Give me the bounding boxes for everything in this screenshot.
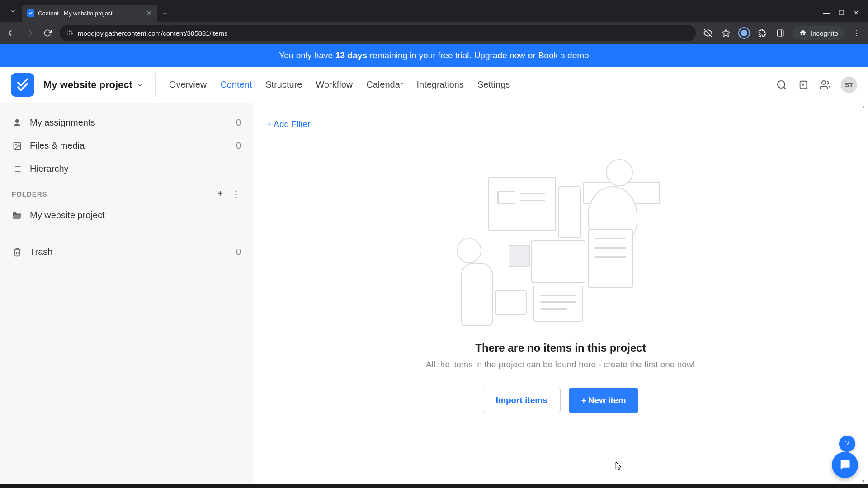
main-nav: Overview Content Structure Workflow Cale… [169,78,510,92]
app-body: My assignments 0 Files & media 0 Hierarc… [0,103,868,484]
folder-open-icon [12,211,23,221]
sidebar-item-label: My assignments [30,117,95,128]
url-text: moodjoy.gathercontent.com/content/385831… [78,29,228,37]
nav-content[interactable]: Content [220,78,252,92]
app-logo-icon[interactable] [11,73,34,97]
window-close-button[interactable]: ✕ [854,9,859,16]
browser-reload-button[interactable] [42,27,53,39]
browser-menu-icon[interactable]: ⋮ [851,27,863,39]
new-item-button[interactable]: +New item [569,388,639,413]
people-icon[interactable] [819,79,831,91]
profile-avatar-icon[interactable] [738,27,750,39]
add-filter-button[interactable]: + Add Filter [267,117,854,132]
tab-title: Content - My website project · [38,10,143,17]
new-item-label: New item [588,395,626,405]
nav-settings[interactable]: Settings [477,78,510,92]
intercom-launcher[interactable] [832,452,858,478]
folder-menu-button[interactable]: ⋮ [231,188,241,199]
nav-structure[interactable]: Structure [265,78,302,92]
scroll-up-icon[interactable]: ▲ [860,103,867,110]
scroll-down-icon[interactable]: ▼ [860,477,867,484]
user-avatar[interactable]: ST [841,77,857,93]
empty-subtitle: All the items in the project can be foun… [426,360,695,370]
incognito-badge[interactable]: Incognito [793,26,844,40]
sidebar-item-label: Trash [30,247,52,257]
svg-rect-11 [777,30,783,36]
trash-icon [12,248,23,257]
svg-point-18 [15,144,17,145]
avatar-initials: ST [845,81,853,89]
help-button[interactable]: ? [839,436,855,452]
os-taskbar [0,484,868,488]
sidebar: My assignments 0 Files & media 0 Hierarc… [0,103,253,484]
content-area: + Add Filter [253,103,868,484]
browser-tab-strip: Content - My website project · ✕ + — ❐ ✕ [0,0,868,22]
tab-search-button[interactable] [5,3,22,20]
trial-or: or [528,51,536,61]
trial-book-demo-link[interactable]: Book a demo [538,51,589,61]
svg-marker-10 [722,29,730,37]
side-panel-icon[interactable] [774,27,786,39]
trial-days: 13 days [335,51,367,61]
svg-point-16 [822,81,826,84]
incognito-label: Incognito [811,29,838,37]
browser-toolbar: moodjoy.gathercontent.com/content/385831… [0,22,868,44]
sidebar-item-hierarchy[interactable]: Hierarchy [0,157,253,180]
sidebar-item-label: Files & media [30,141,85,151]
app-header: My website project Overview Content Stru… [0,67,868,103]
nav-workflow[interactable]: Workflow [316,78,353,92]
browser-tab[interactable]: Content - My website project · ✕ [22,5,157,22]
trial-prefix: You only have [279,51,333,61]
sidebar-item-files[interactable]: Files & media 0 [0,134,253,157]
person-icon [12,118,23,127]
nav-calendar[interactable]: Calendar [366,78,403,92]
empty-state: There are no items in this project All t… [267,159,854,413]
trial-banner: You only have 13 days remaining in your … [0,44,868,67]
sidebar-item-assignments[interactable]: My assignments 0 [0,111,253,134]
nav-overview[interactable]: Overview [169,78,207,92]
sidebar-item-trash[interactable]: Trash 0 [0,240,253,263]
sidebar-folder-item[interactable]: My website project [0,204,253,227]
eye-hidden-icon[interactable] [702,27,714,39]
trial-upgrade-link[interactable]: Upgrade now [474,51,525,61]
add-folder-button[interactable]: + [217,188,223,199]
trial-suffix: remaining in your free trial. [370,51,472,61]
extensions-icon[interactable] [756,27,768,39]
sidebar-item-count: 0 [236,141,241,151]
site-settings-icon[interactable] [66,29,73,38]
window-minimize-button[interactable]: — [823,9,830,16]
bookmark-star-icon[interactable] [720,27,732,39]
window-controls: — ❐ ✕ [823,9,863,16]
chevron-down-icon [136,81,144,89]
empty-illustration [443,159,678,331]
content-scrollbar[interactable]: ▲ ▼ [860,103,867,484]
tab-close-icon[interactable]: ✕ [146,9,152,17]
project-switcher[interactable]: My website project [43,73,156,97]
search-icon[interactable] [776,79,788,91]
tasks-icon[interactable] [797,79,809,91]
project-name: My website project [43,79,132,91]
plus-icon: + [581,395,586,405]
nav-integrations[interactable]: Integrations [416,78,464,92]
empty-title: There are no items in this project [475,342,646,354]
hierarchy-icon [12,164,23,174]
svg-line-14 [784,87,786,89]
folders-header: FOLDERS + ⋮ [0,180,253,204]
url-bar[interactable]: moodjoy.gathercontent.com/content/385831… [60,25,696,41]
import-items-button[interactable]: Import items [483,388,561,413]
folders-label: FOLDERS [12,190,47,198]
image-icon [12,141,23,150]
browser-forward-button[interactable] [24,27,35,39]
sidebar-item-count: 0 [236,117,241,128]
window-maximize-button[interactable]: ❐ [839,9,844,16]
new-tab-button[interactable]: + [163,9,168,18]
tab-favicon-icon [27,9,34,17]
sidebar-item-label: My website project [30,210,105,221]
sidebar-item-label: Hierarchy [30,164,69,174]
sidebar-item-count: 0 [236,247,241,257]
empty-actions: Import items +New item [483,388,639,413]
svg-point-13 [778,81,785,88]
browser-back-button[interactable] [5,27,17,39]
